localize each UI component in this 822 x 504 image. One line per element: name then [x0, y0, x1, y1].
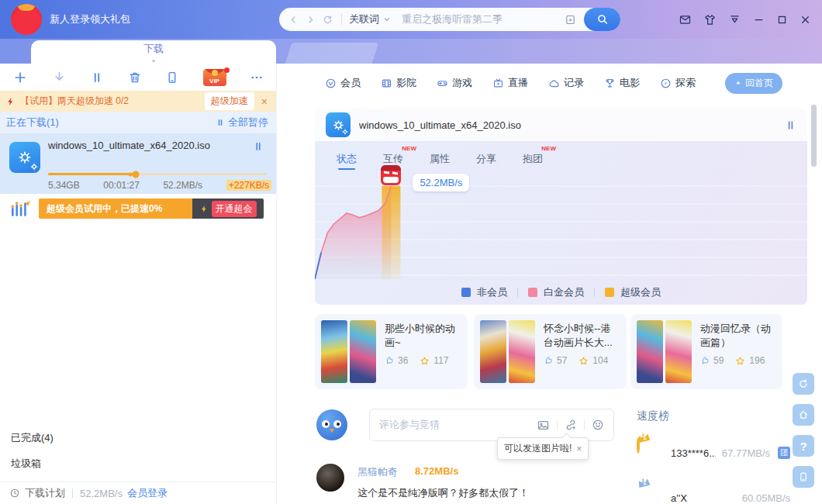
card-title[interactable]: 怀念小时候--港台动画片长大... [544, 322, 620, 350]
status-panel-header: windows_10_ultimate_x64_2020.iso [315, 109, 807, 141]
pause-item-icon[interactable] [253, 141, 264, 152]
forward-icon[interactable] [306, 15, 316, 25]
leaderboard-entry[interactable]: 1 133****6... 67.77MB/s 团 [637, 439, 790, 467]
download-panel: VIP 【试用】两天超级加速 0/2 超级加速 × 正在下载(1) 全部暂停 w… [0, 64, 276, 504]
minimize-button[interactable] [751, 12, 766, 27]
search-bar[interactable]: 关联词 重启之极海听雷第二季 [279, 8, 620, 31]
super-boost-button[interactable]: 超级加速 [205, 92, 254, 110]
search-input[interactable]: 重启之极海听雷第二季 [402, 12, 565, 26]
skin-icon[interactable] [702, 12, 718, 28]
card-thumbnail[interactable] [321, 320, 347, 383]
download-task-row[interactable]: windows_10_ultimate_x64_2020.iso 5.34GB … [0, 133, 276, 194]
delete-task-button[interactable] [128, 71, 142, 85]
pause-task-button[interactable] [90, 71, 104, 85]
pause-all-button[interactable]: 全部暂停 [216, 116, 268, 129]
nav-item-records[interactable]: 记录 [548, 76, 584, 90]
link-icon[interactable] [565, 419, 577, 431]
tab-group[interactable]: 抱团NEW [523, 152, 543, 172]
star-icon[interactable] [420, 356, 430, 366]
open-super-vip-button[interactable]: 开通超会 [212, 201, 257, 217]
legend-label: 白金会员 [544, 285, 584, 299]
refresh-icon[interactable] [323, 15, 333, 25]
card-thumbnail[interactable] [509, 320, 535, 383]
collect-page-icon[interactable] [565, 14, 576, 26]
comment-input[interactable]: 评论参与竞猜 [369, 409, 614, 441]
boss-key-icon[interactable] [727, 12, 743, 28]
nav-item-cinema[interactable]: 影院 [381, 76, 416, 90]
video-card[interactable]: 怀念小时候--港台动画片长大... 57 104 [474, 314, 627, 389]
card-thumbnail[interactable] [665, 320, 692, 383]
card-thumbnail[interactable] [480, 320, 506, 383]
close-button[interactable] [798, 12, 813, 27]
global-speed-label: 52.2MB/s [80, 488, 123, 499]
more-button[interactable] [250, 71, 264, 85]
emoji-icon[interactable] [592, 419, 604, 431]
star-icon[interactable] [735, 356, 745, 366]
nav-item-games[interactable]: 游戏 [437, 76, 472, 90]
legend-swatch [528, 288, 537, 297]
nav-item-member[interactable]: 会员 [325, 76, 361, 90]
tab-status[interactable]: 状态 [337, 152, 357, 172]
titlebar-promo-text[interactable]: 新人登录领大礼包 [50, 0, 130, 39]
question-mark: ? [800, 440, 806, 453]
download-plan-label[interactable]: 下载计划 [25, 486, 65, 500]
back-icon[interactable] [288, 15, 299, 25]
downloading-count-label[interactable]: 正在下载(1) [6, 116, 59, 129]
browser-tab-inactive[interactable] [285, 43, 379, 64]
like-icon[interactable] [700, 356, 710, 365]
search-category-selector[interactable]: 关联词 [349, 12, 391, 26]
card-thumbnail[interactable] [637, 320, 663, 383]
close-icon[interactable]: × [259, 95, 270, 108]
card-thumbnail[interactable] [350, 320, 376, 383]
completed-section-label[interactable]: 已完成(4) [11, 431, 54, 445]
member-login-link[interactable]: 会员登录 [127, 486, 168, 500]
star-icon[interactable] [579, 356, 589, 366]
like-icon[interactable] [385, 356, 394, 365]
star-count: 104 [592, 355, 608, 366]
refresh-float-button[interactable] [793, 373, 814, 395]
pause-icon[interactable] [785, 119, 796, 131]
like-icon[interactable] [544, 356, 553, 365]
nav-label: 探索 [675, 76, 696, 90]
mobile-float-button[interactable] [793, 466, 814, 488]
image-icon[interactable] [537, 419, 550, 432]
nav-item-movies[interactable]: 电影 [604, 76, 640, 90]
new-task-button[interactable] [12, 70, 28, 85]
nav-item-live[interactable]: 直播 [492, 76, 528, 90]
red-packet-logo-icon[interactable] [11, 4, 42, 35]
tab-download[interactable]: 下载 [31, 40, 276, 64]
home-float-button[interactable] [793, 404, 814, 426]
download-progress-fill [48, 173, 136, 175]
tab-strip: 下载 [0, 39, 822, 64]
card-title[interactable]: 那些小时候的动画~ [385, 322, 461, 350]
speed-leaderboard: 速度榜 1 133****6... 67.77MB/s 团 2 a''Ⅹ 60 [637, 409, 790, 423]
help-float-button[interactable]: ? [793, 435, 814, 457]
mail-icon[interactable] [677, 12, 693, 28]
new-badge: NEW [402, 145, 416, 152]
nav-item-explore[interactable]: 探索 [660, 76, 696, 90]
compass-icon [660, 78, 672, 89]
video-card[interactable]: 动漫回忆录（动画篇） 59 196 [630, 314, 782, 389]
trash-section-label[interactable]: 垃圾箱 [11, 457, 41, 471]
downloading-header: 正在下载(1) 全部暂停 [0, 112, 276, 133]
leaderboard-entry[interactable]: 2 a''Ⅹ 60.05MB/s [637, 484, 790, 504]
tab-properties[interactable]: 属性 [430, 152, 450, 172]
tab-share[interactable]: 分享 [476, 152, 496, 172]
start-download-button[interactable] [52, 70, 67, 85]
search-button[interactable] [584, 8, 620, 31]
back-to-home-button[interactable]: 回首页 [725, 73, 782, 94]
close-icon[interactable]: × [576, 444, 582, 454]
card-title[interactable]: 动漫回忆录（动画篇） [700, 322, 776, 350]
left-statusbar: 下载计划 52.2MB/s 会员登录 [0, 482, 276, 504]
speed-chart: 52.2MB/s [315, 172, 807, 279]
vip-trial-banner[interactable]: 超级会员试用中，已提速0% [39, 198, 192, 219]
download-progress-thumb[interactable] [132, 171, 139, 178]
commenter-name[interactable]: 黑猫帕奇 [357, 465, 398, 479]
nav-label: 直播 [508, 76, 528, 90]
commenter-avatar[interactable] [316, 464, 344, 492]
video-card[interactable]: 那些小时候的动画~ 36 117 [315, 314, 468, 389]
maximize-button[interactable] [775, 12, 789, 27]
scrollbar-thumb[interactable] [811, 105, 817, 167]
mobile-transfer-button[interactable] [165, 71, 179, 85]
vip-button[interactable]: VIP [203, 69, 226, 86]
